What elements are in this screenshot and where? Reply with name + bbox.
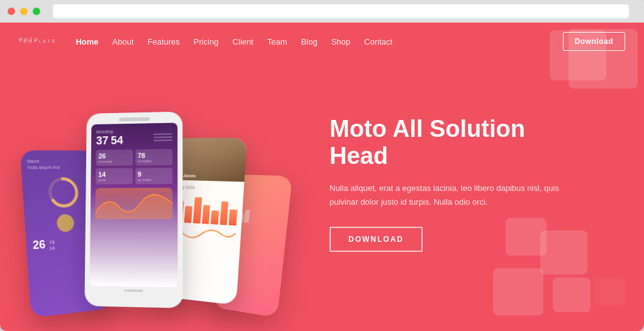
mps-stat-num-3: 14 (98, 170, 130, 178)
nav-about[interactable]: About (113, 37, 134, 46)
navbar: MOTO TEMPLATE Home About Features Pricin… (0, 23, 644, 60)
stat-14: 14 (49, 245, 55, 251)
mps-stats: 26 overcast 78 humidity 14 wind 9 (96, 149, 172, 184)
sub-stats: 78 14 (48, 237, 55, 251)
mps-stat-2: 78 humidity (135, 149, 172, 165)
home-bar (124, 289, 143, 291)
hero-description: Nulla aliquet, erat a egestas lacinia, l… (330, 182, 569, 209)
mps-big1: 37 (96, 134, 109, 148)
maximize-button[interactable] (33, 8, 40, 15)
nav-shop[interactable]: Shop (331, 37, 350, 46)
minimize-button[interactable] (20, 8, 28, 15)
ring-wrapper (45, 175, 81, 210)
deco-square-6 (553, 278, 591, 312)
close-button[interactable] (8, 8, 15, 15)
mps-menu-icon (153, 131, 172, 143)
phone-card-main: Monthly 37 54 (84, 112, 183, 308)
main-phone-screen: Monthly 37 54 (90, 122, 178, 287)
rci-bar-3 (184, 205, 192, 223)
rci-bar-6 (211, 210, 219, 224)
mps-stat-1: 26 overcast (96, 149, 133, 166)
hero-title: Moto All Solution Head (330, 116, 569, 170)
mps-big2: 54 (111, 134, 123, 148)
nav-team[interactable]: Team (267, 37, 287, 46)
purple-desc: Nulla aliquet erat (28, 165, 94, 170)
logo[interactable]: MOTO TEMPLATE (19, 40, 57, 43)
nav-download-button[interactable]: Download (563, 32, 625, 51)
website-content: MOTO TEMPLATE Home About Features Pricin… (0, 23, 644, 331)
ring-svg (45, 175, 81, 210)
stat-26: 26 (32, 238, 46, 252)
phone-notch (119, 117, 150, 122)
mps-stat-4: 9 uv index (135, 168, 173, 184)
hero-download-button[interactable]: DOWNLOAD (330, 227, 423, 252)
mps-stat-label-4: uv index (138, 178, 170, 182)
nav-home[interactable]: Home (75, 37, 98, 46)
deco-square-7 (594, 278, 625, 306)
nav-features[interactable]: Features (148, 37, 180, 46)
phones-area: March Nulla aliquet erat 26 (19, 48, 270, 331)
mps-stat-label-3: wind (98, 178, 130, 182)
deco-square-5 (493, 268, 543, 315)
mps-header: Monthly 37 54 (96, 128, 173, 147)
frci-bar-4 (244, 210, 250, 223)
nav-pricing[interactable]: Pricing (194, 37, 219, 46)
nav-links: Home About Features Pricing Client Team … (75, 36, 562, 47)
rci-bar-4 (193, 197, 202, 224)
purple-month-label: March (27, 159, 94, 163)
address-bar[interactable] (53, 4, 629, 18)
nav-blog[interactable]: Blog (301, 37, 318, 46)
rci-bar-7 (219, 201, 228, 225)
phone-home-indicator (85, 286, 183, 295)
mps-stat-3: 14 wind (96, 168, 133, 184)
mps-stat-num-1: 26 (98, 152, 130, 160)
wave-svg (96, 188, 173, 219)
rci-bar-5 (202, 205, 210, 224)
mps-left: Monthly 37 54 (96, 129, 123, 148)
rci-bar-8 (229, 209, 237, 225)
mps-stat-label-2: humidity (138, 159, 170, 163)
browser-chrome (0, 0, 644, 23)
hero-content: Moto All Solution Head Nulla aliquet, er… (330, 116, 569, 252)
nav-client[interactable]: Client (233, 37, 253, 46)
mps-bigs: 37 54 (96, 134, 123, 148)
mps-stat-num-2: 78 (138, 151, 170, 159)
browser-window: MOTO TEMPLATE Home About Features Pricin… (0, 0, 644, 331)
mps-wave-chart (96, 188, 173, 219)
logo-sub: TEMPLATE (19, 39, 57, 43)
mps-stat-label-1: overcast (98, 160, 130, 163)
nav-contact[interactable]: Contact (364, 37, 392, 46)
mps-stat-num-4: 9 (138, 170, 170, 178)
avatar-circle (57, 214, 75, 232)
